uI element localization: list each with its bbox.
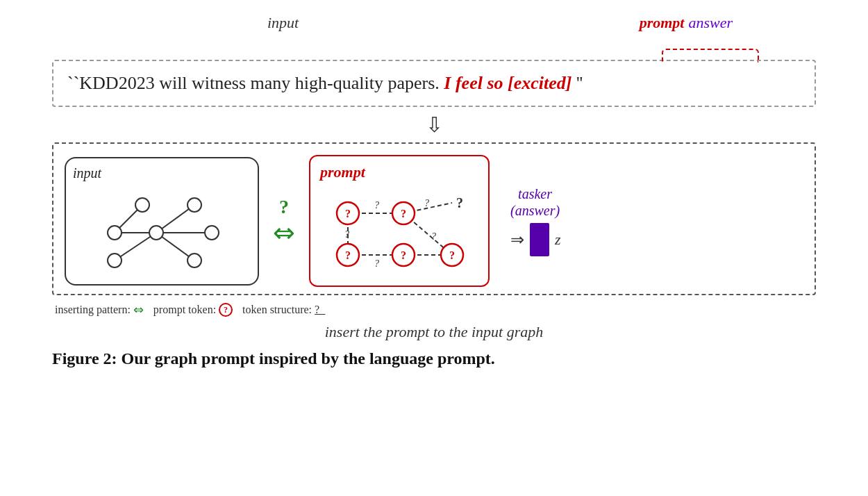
svg-text:?: ?	[431, 231, 436, 242]
prompt-box-label: prompt	[320, 163, 478, 181]
main-dashed-box: input ? ⇔	[52, 142, 816, 295]
tasker-label: tasker(answer)	[510, 185, 560, 219]
svg-text:?: ?	[401, 249, 406, 261]
sentence-text: ``KDD2023 will witness many high-quality…	[67, 71, 801, 96]
prompt-graph-svg: ? ? ? ? ? ? ? ? ? ? ?	[320, 185, 480, 276]
svg-point-12	[135, 198, 149, 212]
svg-text:?: ?	[401, 208, 406, 220]
arrow-down-container: ⇩	[52, 113, 816, 137]
input-graph-svg	[73, 184, 240, 274]
sentence-italic-red-part: I feel so	[440, 73, 503, 93]
prompt-answer-labels: prompt answer	[640, 14, 733, 32]
legend-q-circle-icon: ?	[219, 303, 233, 317]
input-label-top: input	[267, 14, 299, 32]
prompt-bracket-decoration	[662, 49, 759, 63]
double-arrow-icon: ⇔	[273, 220, 295, 246]
prompt-token-text: prompt token:	[153, 304, 216, 316]
token-structure-icon: ?_	[315, 304, 325, 316]
svg-text:?: ?	[374, 200, 379, 210]
legend-token-structure: token structure: ?_	[242, 304, 325, 316]
caption-italic: insert the prompt to the input graph	[52, 323, 816, 341]
legend-row: inserting pattern: ⇔ prompt token: ? tok…	[52, 302, 816, 317]
sentence-bracket-part: [excited]	[503, 73, 572, 93]
token-structure-text: token structure:	[242, 304, 312, 316]
svg-text:?: ?	[424, 198, 429, 208]
double-arrow-container: ? ⇔	[273, 196, 295, 246]
svg-point-10	[108, 226, 122, 240]
svg-text:?: ?	[345, 208, 351, 220]
tasker-arrow-z: ⇒ z	[510, 223, 561, 256]
svg-text:?: ?	[345, 249, 351, 261]
svg-point-11	[108, 254, 122, 267]
prompt-label-red: prompt	[640, 14, 685, 32]
right-arrow-icon: ⇒	[510, 230, 524, 249]
down-arrow-icon: ⇩	[426, 113, 443, 137]
inserting-pattern-text: inserting pattern:	[55, 304, 131, 316]
sentence-normal-part: ``KDD2023 will witness many high-quality…	[67, 73, 440, 93]
svg-point-7	[187, 198, 201, 212]
svg-point-6	[149, 226, 163, 240]
answer-label-purple: answer	[688, 14, 733, 32]
tasker-box: tasker(answer) ⇒ z	[510, 185, 561, 256]
question-mark-green-icon: ?	[279, 196, 289, 218]
legend-prompt-token: prompt token: ?	[153, 303, 233, 317]
svg-point-8	[205, 226, 219, 240]
svg-text:?: ?	[374, 258, 379, 269]
legend-arrow-icon: ⇔	[133, 302, 144, 317]
input-graph-box: input	[65, 157, 259, 286]
z-block	[530, 223, 549, 256]
svg-point-9	[187, 254, 201, 267]
sentence-box: ``KDD2023 will witness many high-quality…	[52, 60, 816, 107]
svg-text:?: ?	[456, 195, 463, 210]
figure-caption: Figure 2: Our graph prompt inspired by t…	[52, 349, 816, 368]
z-label: z	[555, 231, 561, 249]
svg-text:?: ?	[449, 249, 455, 261]
sentence-suffix: ''	[571, 73, 583, 93]
figure-container: input prompt answer ``KDD2023 will witne…	[52, 14, 816, 368]
input-graph-label: input	[73, 165, 251, 181]
prompt-box: prompt ? ? ? ? ? ? ?	[309, 155, 490, 287]
svg-text:?: ?	[344, 229, 349, 240]
legend-inserting-pattern: inserting pattern: ⇔	[55, 302, 144, 317]
top-section: input prompt answer	[52, 14, 816, 39]
